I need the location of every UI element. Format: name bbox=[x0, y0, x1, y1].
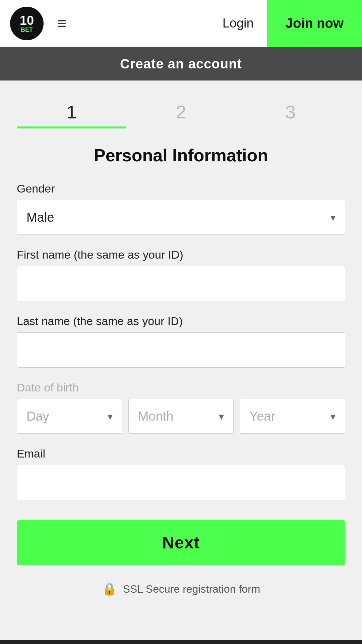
gender-label: Gender bbox=[17, 182, 345, 195]
email-field-group: Email bbox=[17, 447, 345, 500]
header: 10 BET ≡ Login Join now bbox=[0, 0, 362, 47]
dob-row: Day ▾ Month ▾ Year ▾ bbox=[17, 399, 345, 434]
month-select[interactable]: Month bbox=[129, 399, 234, 433]
email-label: Email bbox=[17, 447, 345, 460]
bottom-bar bbox=[0, 640, 362, 644]
ssl-security-row: 🔒 SSL Secure registration form bbox=[17, 582, 345, 616]
step-3-line bbox=[236, 126, 345, 128]
ssl-text: SSL Secure registration form bbox=[123, 583, 260, 595]
step-3[interactable]: 3 bbox=[236, 101, 345, 128]
next-button[interactable]: Next bbox=[17, 520, 345, 565]
first-name-input[interactable] bbox=[17, 266, 345, 301]
gender-select-wrapper: Male Female Other ▾ bbox=[17, 200, 345, 235]
login-button[interactable]: Login bbox=[209, 16, 267, 31]
email-input[interactable] bbox=[17, 465, 345, 500]
hamburger-icon[interactable]: ≡ bbox=[57, 14, 66, 33]
lock-icon: 🔒 bbox=[102, 582, 117, 596]
page-banner: Create an account bbox=[0, 47, 362, 80]
first-name-label: First name (the same as your ID) bbox=[17, 248, 345, 261]
day-select-wrapper: Day ▾ bbox=[17, 399, 122, 434]
month-select-wrapper: Month ▾ bbox=[128, 399, 234, 434]
step-3-number: 3 bbox=[285, 101, 296, 123]
form-section-title: Personal Information bbox=[17, 145, 345, 165]
step-2[interactable]: 2 bbox=[126, 101, 236, 128]
dob-field-group: Date of birth Day ▾ Month ▾ Year ▾ bbox=[17, 381, 345, 434]
day-select[interactable]: Day bbox=[17, 399, 122, 433]
step-1[interactable]: 1 bbox=[17, 101, 126, 128]
last-name-label: Last name (the same as your ID) bbox=[17, 315, 345, 328]
dob-label: Date of birth bbox=[17, 381, 345, 394]
step-2-line bbox=[126, 126, 236, 128]
first-name-field-group: First name (the same as your ID) bbox=[17, 248, 345, 301]
year-select-wrapper: Year ▾ bbox=[240, 399, 345, 434]
step-2-number: 2 bbox=[176, 101, 186, 123]
step-1-line bbox=[17, 126, 126, 128]
steps-indicator: 1 2 3 bbox=[17, 101, 345, 128]
gender-field-group: Gender Male Female Other ▾ bbox=[17, 182, 345, 235]
main-content: 1 2 3 Personal Information Gender Male F… bbox=[0, 80, 362, 630]
join-now-button[interactable]: Join now bbox=[267, 0, 362, 47]
logo-number: 10 bbox=[20, 14, 34, 27]
banner-title: Create an account bbox=[120, 56, 242, 71]
gender-select[interactable]: Male Female Other bbox=[17, 200, 345, 234]
logo-brand: BET bbox=[21, 27, 33, 33]
step-1-number: 1 bbox=[66, 101, 77, 123]
last-name-field-group: Last name (the same as your ID) bbox=[17, 315, 345, 368]
year-select[interactable]: Year bbox=[240, 399, 345, 433]
logo-group: 10 BET ≡ bbox=[10, 7, 66, 40]
logo-icon: 10 BET bbox=[10, 7, 44, 40]
last-name-input[interactable] bbox=[17, 332, 345, 368]
